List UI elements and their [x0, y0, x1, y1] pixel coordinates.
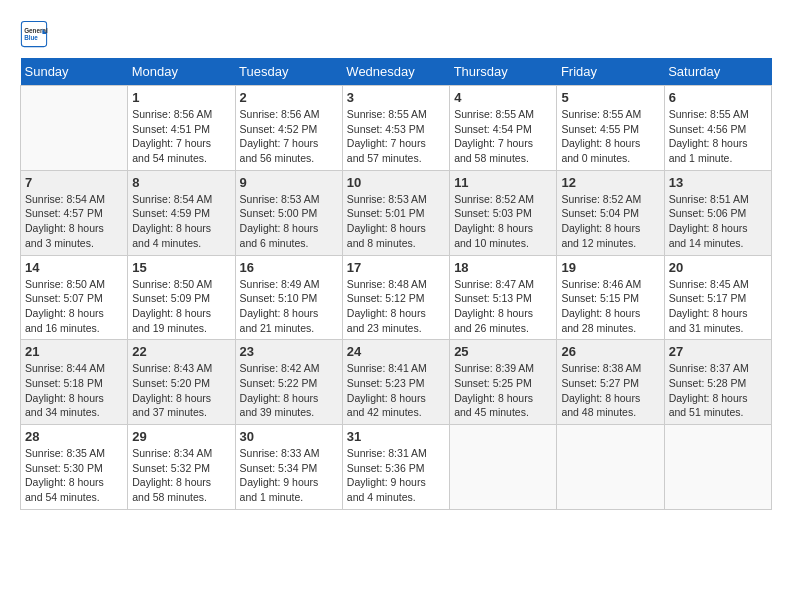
calendar-cell: 22Sunrise: 8:43 AMSunset: 5:20 PMDayligh…: [128, 340, 235, 425]
day-info: Sunrise: 8:48 AMSunset: 5:12 PMDaylight:…: [347, 277, 445, 336]
calendar-cell: [21, 86, 128, 171]
day-info: Sunrise: 8:55 AMSunset: 4:56 PMDaylight:…: [669, 107, 767, 166]
day-info: Sunrise: 8:49 AMSunset: 5:10 PMDaylight:…: [240, 277, 338, 336]
calendar-cell: 21Sunrise: 8:44 AMSunset: 5:18 PMDayligh…: [21, 340, 128, 425]
day-info: Sunrise: 8:41 AMSunset: 5:23 PMDaylight:…: [347, 361, 445, 420]
day-info: Sunrise: 8:37 AMSunset: 5:28 PMDaylight:…: [669, 361, 767, 420]
calendar-cell: 12Sunrise: 8:52 AMSunset: 5:04 PMDayligh…: [557, 170, 664, 255]
calendar-cell: 15Sunrise: 8:50 AMSunset: 5:09 PMDayligh…: [128, 255, 235, 340]
day-number: 23: [240, 344, 338, 359]
calendar-week-row: 7Sunrise: 8:54 AMSunset: 4:57 PMDaylight…: [21, 170, 772, 255]
col-header-thursday: Thursday: [450, 58, 557, 86]
col-header-sunday: Sunday: [21, 58, 128, 86]
calendar-cell: 6Sunrise: 8:55 AMSunset: 4:56 PMDaylight…: [664, 86, 771, 171]
day-info: Sunrise: 8:54 AMSunset: 4:59 PMDaylight:…: [132, 192, 230, 251]
calendar-cell: 10Sunrise: 8:53 AMSunset: 5:01 PMDayligh…: [342, 170, 449, 255]
calendar-week-row: 14Sunrise: 8:50 AMSunset: 5:07 PMDayligh…: [21, 255, 772, 340]
calendar-cell: [450, 425, 557, 510]
calendar-week-row: 1Sunrise: 8:56 AMSunset: 4:51 PMDaylight…: [21, 86, 772, 171]
day-info: Sunrise: 8:52 AMSunset: 5:04 PMDaylight:…: [561, 192, 659, 251]
calendar-table: SundayMondayTuesdayWednesdayThursdayFrid…: [20, 58, 772, 510]
calendar-cell: 2Sunrise: 8:56 AMSunset: 4:52 PMDaylight…: [235, 86, 342, 171]
day-info: Sunrise: 8:39 AMSunset: 5:25 PMDaylight:…: [454, 361, 552, 420]
day-number: 27: [669, 344, 767, 359]
col-header-monday: Monday: [128, 58, 235, 86]
calendar-cell: 3Sunrise: 8:55 AMSunset: 4:53 PMDaylight…: [342, 86, 449, 171]
day-info: Sunrise: 8:46 AMSunset: 5:15 PMDaylight:…: [561, 277, 659, 336]
day-number: 12: [561, 175, 659, 190]
day-info: Sunrise: 8:47 AMSunset: 5:13 PMDaylight:…: [454, 277, 552, 336]
day-number: 5: [561, 90, 659, 105]
day-number: 17: [347, 260, 445, 275]
day-info: Sunrise: 8:42 AMSunset: 5:22 PMDaylight:…: [240, 361, 338, 420]
day-number: 21: [25, 344, 123, 359]
calendar-cell: 23Sunrise: 8:42 AMSunset: 5:22 PMDayligh…: [235, 340, 342, 425]
calendar-cell: 26Sunrise: 8:38 AMSunset: 5:27 PMDayligh…: [557, 340, 664, 425]
calendar-cell: 20Sunrise: 8:45 AMSunset: 5:17 PMDayligh…: [664, 255, 771, 340]
day-info: Sunrise: 8:55 AMSunset: 4:53 PMDaylight:…: [347, 107, 445, 166]
calendar-cell: 8Sunrise: 8:54 AMSunset: 4:59 PMDaylight…: [128, 170, 235, 255]
calendar-cell: [664, 425, 771, 510]
day-number: 25: [454, 344, 552, 359]
day-number: 18: [454, 260, 552, 275]
calendar-cell: 9Sunrise: 8:53 AMSunset: 5:00 PMDaylight…: [235, 170, 342, 255]
calendar-cell: 25Sunrise: 8:39 AMSunset: 5:25 PMDayligh…: [450, 340, 557, 425]
calendar-cell: 1Sunrise: 8:56 AMSunset: 4:51 PMDaylight…: [128, 86, 235, 171]
day-number: 1: [132, 90, 230, 105]
day-info: Sunrise: 8:56 AMSunset: 4:51 PMDaylight:…: [132, 107, 230, 166]
day-number: 14: [25, 260, 123, 275]
day-number: 19: [561, 260, 659, 275]
day-info: Sunrise: 8:53 AMSunset: 5:01 PMDaylight:…: [347, 192, 445, 251]
day-info: Sunrise: 8:43 AMSunset: 5:20 PMDaylight:…: [132, 361, 230, 420]
day-info: Sunrise: 8:33 AMSunset: 5:34 PMDaylight:…: [240, 446, 338, 505]
day-number: 16: [240, 260, 338, 275]
calendar-cell: 16Sunrise: 8:49 AMSunset: 5:10 PMDayligh…: [235, 255, 342, 340]
calendar-cell: 28Sunrise: 8:35 AMSunset: 5:30 PMDayligh…: [21, 425, 128, 510]
day-number: 28: [25, 429, 123, 444]
calendar-cell: 19Sunrise: 8:46 AMSunset: 5:15 PMDayligh…: [557, 255, 664, 340]
logo: General Blue: [20, 20, 52, 48]
day-info: Sunrise: 8:55 AMSunset: 4:55 PMDaylight:…: [561, 107, 659, 166]
day-info: Sunrise: 8:55 AMSunset: 4:54 PMDaylight:…: [454, 107, 552, 166]
col-header-friday: Friday: [557, 58, 664, 86]
day-number: 24: [347, 344, 445, 359]
calendar-cell: 31Sunrise: 8:31 AMSunset: 5:36 PMDayligh…: [342, 425, 449, 510]
calendar-header-row: SundayMondayTuesdayWednesdayThursdayFrid…: [21, 58, 772, 86]
day-number: 13: [669, 175, 767, 190]
day-number: 11: [454, 175, 552, 190]
calendar-cell: 7Sunrise: 8:54 AMSunset: 4:57 PMDaylight…: [21, 170, 128, 255]
day-number: 15: [132, 260, 230, 275]
calendar-cell: 17Sunrise: 8:48 AMSunset: 5:12 PMDayligh…: [342, 255, 449, 340]
calendar-cell: 29Sunrise: 8:34 AMSunset: 5:32 PMDayligh…: [128, 425, 235, 510]
calendar-cell: 14Sunrise: 8:50 AMSunset: 5:07 PMDayligh…: [21, 255, 128, 340]
day-number: 20: [669, 260, 767, 275]
day-info: Sunrise: 8:34 AMSunset: 5:32 PMDaylight:…: [132, 446, 230, 505]
calendar-cell: 30Sunrise: 8:33 AMSunset: 5:34 PMDayligh…: [235, 425, 342, 510]
header: General Blue: [20, 20, 772, 48]
calendar-week-row: 28Sunrise: 8:35 AMSunset: 5:30 PMDayligh…: [21, 425, 772, 510]
calendar-cell: [557, 425, 664, 510]
day-info: Sunrise: 8:38 AMSunset: 5:27 PMDaylight:…: [561, 361, 659, 420]
calendar-cell: 13Sunrise: 8:51 AMSunset: 5:06 PMDayligh…: [664, 170, 771, 255]
calendar-cell: 5Sunrise: 8:55 AMSunset: 4:55 PMDaylight…: [557, 86, 664, 171]
col-header-tuesday: Tuesday: [235, 58, 342, 86]
day-info: Sunrise: 8:31 AMSunset: 5:36 PMDaylight:…: [347, 446, 445, 505]
day-info: Sunrise: 8:54 AMSunset: 4:57 PMDaylight:…: [25, 192, 123, 251]
day-info: Sunrise: 8:45 AMSunset: 5:17 PMDaylight:…: [669, 277, 767, 336]
day-number: 4: [454, 90, 552, 105]
day-number: 31: [347, 429, 445, 444]
day-number: 9: [240, 175, 338, 190]
calendar-cell: 24Sunrise: 8:41 AMSunset: 5:23 PMDayligh…: [342, 340, 449, 425]
day-info: Sunrise: 8:56 AMSunset: 4:52 PMDaylight:…: [240, 107, 338, 166]
day-info: Sunrise: 8:50 AMSunset: 5:07 PMDaylight:…: [25, 277, 123, 336]
svg-text:Blue: Blue: [24, 34, 38, 41]
day-number: 2: [240, 90, 338, 105]
calendar-week-row: 21Sunrise: 8:44 AMSunset: 5:18 PMDayligh…: [21, 340, 772, 425]
day-info: Sunrise: 8:50 AMSunset: 5:09 PMDaylight:…: [132, 277, 230, 336]
day-number: 3: [347, 90, 445, 105]
day-number: 22: [132, 344, 230, 359]
col-header-saturday: Saturday: [664, 58, 771, 86]
day-number: 26: [561, 344, 659, 359]
calendar-cell: 27Sunrise: 8:37 AMSunset: 5:28 PMDayligh…: [664, 340, 771, 425]
day-number: 10: [347, 175, 445, 190]
